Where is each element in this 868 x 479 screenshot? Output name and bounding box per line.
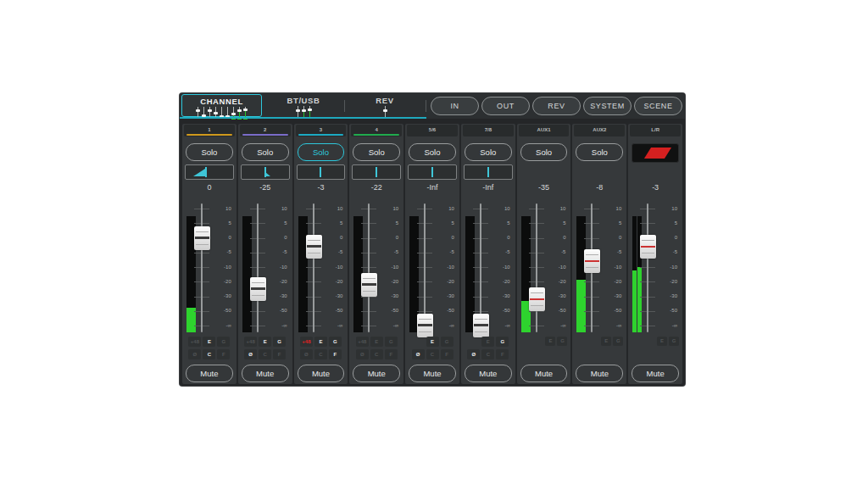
tab-channel[interactable]: CHANNEL (181, 94, 262, 117)
indicator-button-e[interactable]: E (601, 337, 611, 346)
indicator-button-48v[interactable]: +48 (300, 337, 313, 347)
pan-control[interactable] (241, 164, 290, 180)
channel-label[interactable]: 1 (184, 125, 235, 136)
indicator-button-e[interactable]: E (203, 337, 215, 347)
indicator-button-g[interactable]: G (557, 337, 567, 346)
indicator-button-c[interactable]: C (426, 349, 439, 359)
mute-button[interactable]: Mute (186, 365, 233, 382)
fader-scale-label: -30 (441, 293, 454, 299)
indicator-button-e[interactable]: E (370, 337, 383, 347)
fader-track[interactable] (647, 203, 648, 332)
indicator-button-c[interactable]: C (481, 349, 494, 359)
fader-knob[interactable] (640, 235, 656, 259)
mute-button[interactable]: Mute (632, 365, 679, 382)
fader-knob[interactable] (584, 249, 600, 273)
channel-label[interactable]: AUX1 (519, 125, 570, 136)
indicator-button-e[interactable]: E (481, 337, 494, 347)
pan-control[interactable] (464, 164, 513, 180)
solo-button[interactable]: Solo (576, 143, 623, 161)
solo-button[interactable]: Solo (186, 143, 233, 161)
tab-rev[interactable]: REV (346, 94, 424, 117)
fader-track[interactable] (257, 203, 259, 332)
solo-button[interactable]: Solo (465, 143, 512, 161)
pan-control[interactable] (408, 164, 457, 180)
pan-control[interactable] (297, 164, 346, 180)
indicator-button-c[interactable]: C (370, 349, 383, 359)
fader-knob[interactable] (250, 277, 266, 301)
fader-knob[interactable] (529, 287, 545, 311)
indicator-button-g[interactable]: G (441, 337, 453, 347)
indicator-button-f[interactable]: F (385, 349, 398, 359)
mute-button[interactable]: Mute (409, 365, 456, 382)
channel-label[interactable]: AUX2 (574, 125, 625, 136)
indicator-button-phase[interactable]: Ø (412, 349, 425, 359)
indicator-button-phase[interactable]: Ø (356, 349, 369, 359)
fader-scale-label: 10 (329, 206, 342, 212)
fader-knob[interactable] (473, 314, 489, 337)
mute-button[interactable]: Mute (353, 365, 400, 382)
indicator-button-g[interactable]: G (217, 337, 230, 347)
solo-button[interactable]: Solo (520, 143, 568, 161)
indicator-button-g[interactable]: G (613, 337, 623, 346)
indicator-button-g[interactable]: G (496, 337, 509, 347)
fader-knob-line-icon (585, 260, 599, 262)
mute-button[interactable]: Mute (576, 365, 623, 382)
indicator-button-e[interactable]: E (259, 337, 271, 347)
indicator-button-f[interactable]: F (496, 349, 509, 359)
solo-button[interactable]: Solo (409, 143, 456, 161)
header-button-system[interactable]: SYSTEM (583, 97, 632, 115)
indicator-button-e[interactable]: E (314, 337, 327, 347)
indicator-button-f[interactable]: F (441, 349, 453, 359)
indicator-button-f[interactable]: F (329, 349, 342, 359)
indicator-button-e[interactable]: E (545, 337, 555, 346)
solo-button[interactable]: Solo (353, 143, 400, 161)
solo-button[interactable]: Solo (242, 143, 289, 161)
indicator-button-48v[interactable]: +48 (188, 337, 201, 347)
channel-label[interactable]: L/R (630, 125, 681, 136)
pan-control[interactable] (352, 164, 401, 180)
header-button-in[interactable]: IN (431, 97, 479, 115)
fader-scale-label: 0 (608, 235, 621, 241)
header-button-rev[interactable]: REV (532, 97, 581, 115)
indicator-button-f[interactable]: F (217, 349, 230, 359)
channel-strip: 7/8Solo-Inf1050-5-10-20-30-50-∞EGØCFMute (461, 124, 515, 384)
header-button-scene[interactable]: SCENE (634, 97, 682, 115)
indicator-button-g[interactable]: G (669, 337, 679, 346)
indicator-button-phase[interactable]: Ø (244, 349, 257, 359)
fader-knob[interactable] (194, 226, 210, 250)
indicator-button-c[interactable]: C (259, 349, 271, 359)
indicator-button-48v[interactable]: +48 (244, 337, 257, 347)
fader-knob[interactable] (361, 273, 377, 297)
indicator-button-phase[interactable]: Ø (300, 349, 313, 359)
channel-label[interactable]: 2 (240, 125, 291, 136)
indicator-button-phase[interactable]: Ø (467, 349, 480, 359)
indicator-button-c[interactable]: C (203, 349, 215, 359)
mute-button[interactable]: Mute (298, 365, 345, 382)
fader-track[interactable] (313, 203, 314, 332)
indicator-button-e[interactable]: E (426, 337, 439, 347)
mute-button[interactable]: Mute (465, 365, 512, 382)
tab-btusb[interactable]: BT/USB (264, 94, 343, 117)
indicator-button-g[interactable]: G (385, 337, 398, 347)
channel-label[interactable]: 4 (351, 125, 402, 136)
fader-track[interactable] (536, 203, 537, 332)
indicator-button-e[interactable]: E (657, 337, 667, 346)
fader-scale-label: -∞ (441, 323, 454, 329)
fader-knob[interactable] (417, 314, 433, 337)
mute-button[interactable]: Mute (242, 365, 289, 382)
channel-label[interactable]: 7/8 (463, 125, 514, 136)
fader-knob[interactable] (306, 235, 322, 259)
indicator-button-f[interactable]: F (273, 349, 286, 359)
pan-control[interactable] (185, 164, 234, 180)
solo-button[interactable]: Solo (298, 143, 345, 161)
channel-label[interactable]: 5/6 (407, 125, 458, 136)
indicator-button-c[interactable]: C (314, 349, 327, 359)
indicator-button-g[interactable]: G (329, 337, 342, 347)
channel-label[interactable]: 3 (296, 125, 347, 136)
indicator-button-48v[interactable]: +48 (356, 337, 369, 347)
mute-button[interactable]: Mute (520, 365, 568, 382)
indicator-button-phase[interactable]: Ø (188, 349, 201, 359)
fader-track[interactable] (201, 203, 203, 332)
indicator-button-g[interactable]: G (273, 337, 286, 347)
header-button-out[interactable]: OUT (481, 97, 530, 115)
